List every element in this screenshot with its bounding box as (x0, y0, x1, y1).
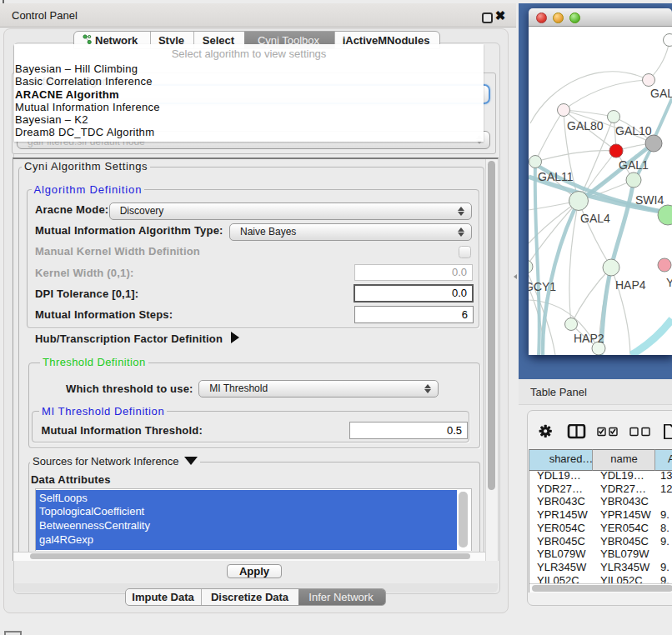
svg-text:GAL80: GAL80 (567, 119, 604, 132)
svg-text:HAP4: HAP4 (615, 278, 646, 292)
svg-text:HAP2: HAP2 (574, 332, 604, 345)
svg-text:GCY1: GCY1 (529, 280, 556, 293)
svg-text:GAL1: GAL1 (619, 158, 649, 172)
svg-text:GAL11: GAL11 (538, 170, 574, 183)
svg-text:SWI4: SWI4 (635, 193, 664, 207)
svg-text:Y: Y (666, 276, 672, 289)
svg-text:GAL4: GAL4 (580, 212, 610, 225)
svg-text:GAL10: GAL10 (615, 124, 652, 138)
svg-text:GAL: GAL (650, 87, 672, 100)
